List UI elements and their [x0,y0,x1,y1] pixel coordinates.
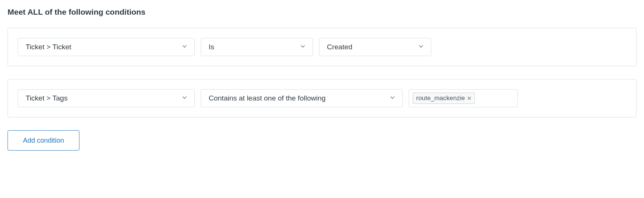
remove-tag-icon[interactable] [467,96,472,101]
section-title: Meet ALL of the following conditions [8,8,636,17]
condition-field-select[interactable]: Ticket > Ticket [18,38,195,56]
chevron-down-icon [182,43,188,51]
chevron-down-icon [389,94,395,102]
condition-row: Ticket > Ticket Is Created [8,28,636,66]
tag-pill: route_mackenzie [413,93,475,104]
condition-row: Ticket > Tags Contains at least one of t… [8,79,636,117]
conditions-section: Meet ALL of the following conditions Tic… [8,8,636,151]
select-value: Ticket > Tags [26,94,67,102]
select-value: Ticket > Ticket [26,43,71,51]
chevron-down-icon [182,94,188,102]
add-condition-button[interactable]: Add condition [8,130,79,151]
chevron-down-icon [300,43,306,51]
chevron-down-icon [418,43,424,51]
condition-field-select[interactable]: Ticket > Tags [18,89,195,107]
tag-label: route_mackenzie [416,94,465,102]
condition-operator-select[interactable]: Contains at least one of the following [201,89,403,107]
select-value: Contains at least one of the following [209,94,326,102]
condition-value-select[interactable]: Created [319,38,431,56]
condition-operator-select[interactable]: Is [201,38,313,56]
select-value: Created [327,43,353,51]
condition-tag-input[interactable]: route_mackenzie [409,89,518,107]
select-value: Is [209,43,214,51]
